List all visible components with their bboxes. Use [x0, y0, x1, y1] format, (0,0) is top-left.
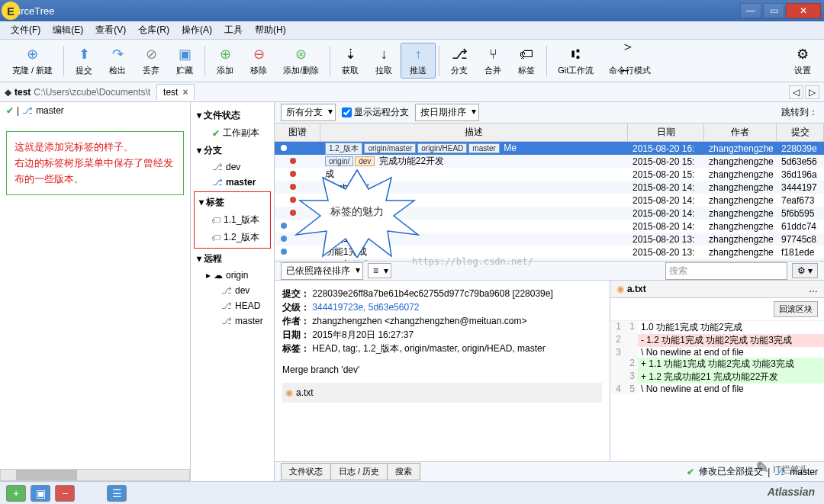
commit-button[interactable]: ⬆提交	[67, 43, 101, 78]
push-button[interactable]: ↑推送	[401, 43, 436, 79]
terminal-button[interactable]: ＞_命令行模式	[601, 43, 658, 78]
sidebar: ▾ 文件状态 ✔工作副本 ▾ 分支 ⎇dev ⎇master ▾ 标签 🏷1.1…	[191, 102, 275, 481]
search-input[interactable]: 搜索	[665, 262, 787, 280]
tag-button[interactable]: 🏷标签	[510, 43, 543, 78]
pull-button[interactable]: ↓拉取	[367, 43, 401, 78]
menu-file[interactable]: 文件(F)	[5, 22, 47, 38]
tab-search[interactable]: 搜索	[387, 463, 420, 480]
detail-bar: 已依照路径排序 ≡ 搜索 ⚙ ▾	[275, 261, 824, 281]
menu-help[interactable]: 帮助(H)	[249, 22, 292, 38]
nav-prev-icon[interactable]: ◁	[789, 85, 803, 99]
commit-row[interactable]: 功能1完成2015-08-20 13:zhangzhengzhef181ede	[275, 246, 824, 258]
sb-view-button[interactable]: ☰	[107, 485, 127, 502]
watermark-text: ✎ IT烂笔头	[756, 458, 809, 477]
addremove-icon: ⊛	[292, 45, 311, 63]
tab-close-icon[interactable]: ×	[182, 87, 188, 98]
working-copy-item[interactable]: ✔工作副本	[191, 124, 274, 142]
settings-button[interactable]: ⚙设置	[786, 43, 819, 78]
discard-button[interactable]: ⊘丢弃	[134, 43, 168, 78]
clone-button[interactable]: ⊕克隆 / 新建	[5, 43, 60, 78]
titlebar: SourceTree — ▭ ✕	[0, 0, 824, 21]
more-icon[interactable]: …	[809, 284, 818, 294]
commit-row[interactable]: 1 功能1完成2015-08-20 14:zhangzhengzhe5f6b59…	[275, 207, 824, 220]
branch-master[interactable]: ⎇master	[191, 175, 274, 190]
stash-button[interactable]: ▣贮藏	[168, 43, 201, 78]
addremove-button[interactable]: ⊛添加/删除	[275, 43, 327, 78]
commit-message: Merge branch 'dev'	[282, 363, 602, 377]
commit-row[interactable]: 功能1完成2015-08-20 13:zhangzhengzhe97745c8	[275, 233, 824, 246]
commit-row[interactable]: ranch 'dev'2015-08-20 14:zhangzhengzhe34…	[275, 181, 824, 194]
menu-repo[interactable]: 仓库(R)	[132, 22, 175, 38]
gitflow-button[interactable]: ⑆Git工作流	[550, 43, 601, 78]
check-icon: ✔	[687, 467, 694, 477]
remote-origin[interactable]: ▸ ☁ origin	[191, 268, 274, 283]
filestatus-header[interactable]: ▾ 文件状态	[191, 107, 274, 124]
check-icon: ✔	[212, 128, 220, 139]
filter-bar: 所有分支 显示远程分支 按日期排序 跳转到：	[275, 102, 824, 124]
remote-head[interactable]: ⎇HEAD	[191, 298, 274, 313]
menu-view[interactable]: 查看(V)	[89, 22, 132, 38]
commit-table: 图谱 描述 日期 作者 提交 1.2_版本origin/masterorigin…	[275, 124, 824, 261]
push-icon: ↑	[409, 45, 427, 63]
merge-button[interactable]: ⑂合并	[476, 43, 510, 78]
show-remote-checkbox[interactable]: 显示远程分支	[342, 106, 409, 119]
branch-button[interactable]: ⎇分支	[443, 43, 476, 78]
add-button[interactable]: ⊕添加	[208, 43, 242, 78]
minimize-button[interactable]: —	[740, 3, 761, 18]
repo-diamond-icon: ◆	[5, 87, 11, 98]
tag-icon: 🏷	[211, 233, 220, 243]
menu-action[interactable]: 操作(A)	[175, 22, 218, 38]
remove-button[interactable]: ⊖移除	[242, 43, 275, 78]
checkout-icon: ↷	[108, 45, 127, 63]
tags-header[interactable]: ▾ 标签	[196, 194, 269, 211]
statusbar: + ▣ − ☰	[0, 481, 824, 504]
commit-row[interactable]: 2015-08-20 14:zhangzhengzhe7eaf673	[275, 194, 824, 207]
menu-tools[interactable]: 工具	[218, 22, 249, 38]
commit-row[interactable]: 成2015-08-20 15:zhangzhengzhe36d196a	[275, 168, 824, 181]
checkout-button[interactable]: ↷检出	[101, 43, 134, 78]
fetch-button[interactable]: ⇣获取	[333, 43, 367, 78]
hscroll[interactable]	[0, 469, 190, 481]
sb-remove-button[interactable]: −	[55, 485, 75, 502]
tag-1-2[interactable]: 🏷1.2_版本	[196, 229, 269, 246]
revert-hunk-button[interactable]: 回滚区块	[774, 301, 818, 317]
branch-icon: ⎇	[221, 316, 232, 326]
file-item[interactable]: ◉ a.txt	[282, 383, 602, 403]
col-hash[interactable]: 提交	[777, 124, 824, 141]
detail-gear-button[interactable]: ⚙ ▾	[792, 263, 818, 278]
repo-tabs: ◆ test C:\Users\zcube\Documents\t test ×…	[0, 82, 824, 102]
commit-row[interactable]: 功能2完成2015-08-20 14:zhangzhengzhe61ddc74	[275, 220, 824, 233]
tab-filestatus[interactable]: 文件状态	[281, 463, 331, 480]
sort-dropdown[interactable]: 按日期排序	[415, 104, 479, 121]
branch-dev[interactable]: ⎇dev	[191, 159, 274, 175]
remotes-header[interactable]: ▾ 远程	[191, 250, 274, 268]
branch-icon: ⎇	[450, 45, 468, 63]
remote-dev[interactable]: ⎇dev	[191, 283, 274, 298]
maximize-button[interactable]: ▭	[763, 3, 784, 18]
gear-icon: ⚙	[793, 45, 812, 63]
all-branches-dropdown[interactable]: 所有分支	[281, 104, 336, 121]
col-graph[interactable]: 图谱	[275, 124, 320, 141]
path-sort-dropdown[interactable]: 已依照路径排序	[281, 262, 363, 280]
diff-line: 2- 1.2 功能1完成 功能2完成 功能3完成	[610, 334, 824, 347]
diff-line: 3\ No newline at end of file	[610, 347, 824, 358]
sb-folder-button[interactable]: ▣	[31, 485, 50, 502]
commit-row[interactable]: 1.2_版本origin/masterorigin/HEADmaster Me2…	[275, 142, 824, 155]
stash-icon: ▣	[175, 45, 194, 63]
repo-tab[interactable]: test ×	[156, 84, 195, 100]
nav-next-icon[interactable]: ▷	[805, 85, 819, 99]
col-desc[interactable]: 描述	[320, 124, 628, 141]
tab-log[interactable]: 日志 / 历史	[330, 463, 388, 480]
tag-1-1[interactable]: 🏷1.1_版本	[196, 211, 269, 229]
commit-row[interactable]: origin/dev 完成功能22开发2015-08-20 15:zhangzh…	[275, 155, 824, 168]
remote-master[interactable]: ⎇master	[191, 313, 274, 329]
menu-edit[interactable]: 编辑(E)	[47, 22, 89, 38]
tags-redbox: ▾ 标签 🏷1.1_版本 🏷1.2_版本	[194, 191, 271, 249]
close-button[interactable]: ✕	[786, 3, 821, 18]
branches-header[interactable]: ▾ 分支	[191, 142, 274, 159]
sb-add-button[interactable]: +	[6, 485, 26, 502]
col-date[interactable]: 日期	[628, 124, 704, 141]
col-author[interactable]: 作者	[704, 124, 777, 141]
view-mode-dropdown[interactable]: ≡	[368, 263, 391, 278]
content-area: 所有分支 显示远程分支 按日期排序 跳转到： 图谱 描述 日期 作者 提交 1.…	[275, 102, 824, 481]
